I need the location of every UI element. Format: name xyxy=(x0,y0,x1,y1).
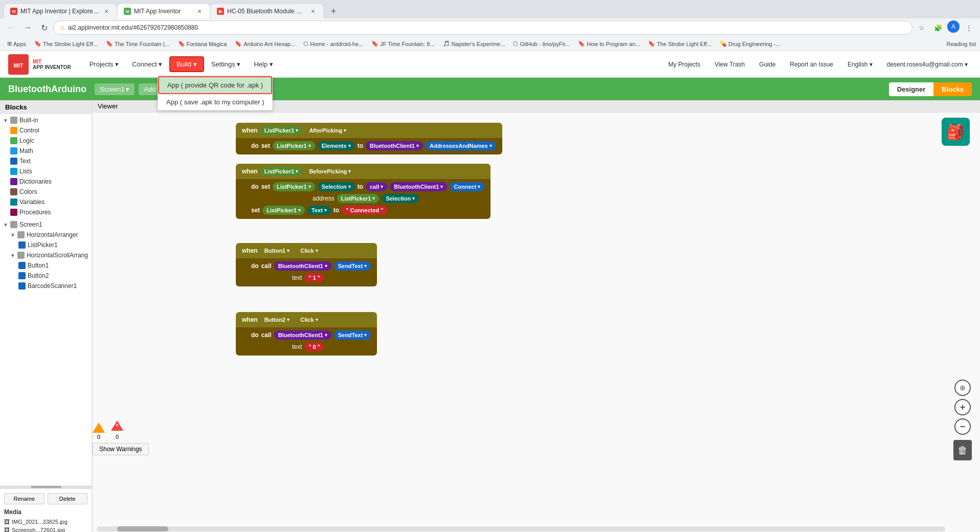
bookmark-program[interactable]: 🔖 How to Program an... xyxy=(575,39,643,48)
backpack-icon[interactable]: 🎒 xyxy=(942,118,970,146)
nav-report[interactable]: Report an Issue xyxy=(786,59,837,70)
sendtext-dp-1[interactable]: SendText xyxy=(334,261,371,271)
selection-dp-2[interactable]: Selection xyxy=(382,194,419,203)
text-item[interactable]: Text xyxy=(0,156,92,166)
trash-button[interactable]: 🗑 xyxy=(953,440,972,460)
button1-item[interactable]: Button1 xyxy=(0,260,92,271)
colors-item[interactable]: Colors xyxy=(0,187,92,197)
bluetooth-dp-2[interactable]: BluetoothClient1 xyxy=(390,182,447,191)
listpicker1-dp-4[interactable]: ListPicker1 xyxy=(273,182,315,191)
nav-settings[interactable]: Settings ▾ xyxy=(205,57,247,71)
addresses-dp[interactable]: AddressesAndNames xyxy=(426,141,496,150)
listpicker1-dp-2[interactable]: ListPicker1 xyxy=(273,141,315,150)
tab-explore[interactable]: M MIT App Inventor | Explore MIT ... × xyxy=(4,4,117,18)
afterpicking-dp[interactable]: AfterPicking xyxy=(305,126,350,135)
tab-close-3[interactable]: × xyxy=(309,7,317,15)
show-warnings-button[interactable]: Show Warnings xyxy=(93,443,149,455)
elements-dp[interactable]: Elements xyxy=(318,141,355,150)
procedures-item[interactable]: Procedures xyxy=(0,207,92,217)
zoom-in-button[interactable]: + xyxy=(954,399,971,415)
blocks-button[interactable]: Blocks xyxy=(933,82,972,96)
nav-connect[interactable]: Connect ▾ xyxy=(126,57,168,71)
viewer-canvas[interactable]: when ListPicker1 AfterPicking do set Lis… xyxy=(93,113,980,532)
lists-item[interactable]: Lists xyxy=(0,166,92,176)
connect-dp[interactable]: Connect xyxy=(450,182,484,191)
tab-hc05[interactable]: ▶ HC-05 Bluetooth Module with A... × xyxy=(211,4,323,18)
bookmark-arduino[interactable]: 🔖 Arduino Ant Hexap... xyxy=(232,39,298,48)
bookmark-jf[interactable]: 🔖 JF Time Fountain: 8... xyxy=(368,39,437,48)
bookmark-strobe2[interactable]: 🔖 The Strobe Light Eff... xyxy=(645,39,715,48)
reading-list[interactable]: Reading list xyxy=(947,41,976,47)
listpicker1-item[interactable]: ListPicker1 xyxy=(0,240,92,250)
call-dp[interactable]: call xyxy=(366,182,387,191)
tab-main[interactable]: M MIT App Inventor × xyxy=(118,4,210,18)
logic-item[interactable]: Logic xyxy=(0,136,92,146)
extension-icon[interactable]: 🧩 xyxy=(931,20,945,35)
horizontal-arranger-item[interactable]: ▼ HorizontalArranger xyxy=(0,230,92,240)
new-tab-button[interactable]: + xyxy=(326,4,341,18)
screen1-header[interactable]: ▼ Screen1 xyxy=(0,219,92,230)
bookmark-napster[interactable]: 🎵 Napster's Experime... xyxy=(440,39,508,48)
button2-dp[interactable]: Button2 xyxy=(260,315,294,324)
nav-my-projects[interactable]: My Projects xyxy=(664,59,704,70)
bookmark-fountain[interactable]: 🔖 The Time Fountain (... xyxy=(103,39,173,48)
bookmark-favicon: 🔖 xyxy=(648,40,655,47)
star-icon[interactable]: ☆ xyxy=(915,20,929,35)
media-item-2[interactable]: 🖼 Screensh...72601.jpg xyxy=(4,526,87,532)
control-item[interactable]: Control xyxy=(0,125,92,136)
horizontal-scrollbar[interactable] xyxy=(97,526,945,531)
back-button[interactable]: ← xyxy=(4,20,18,35)
bookmark-drug[interactable]: 💊 Drug Engineering -... xyxy=(717,39,784,48)
button1-icon xyxy=(18,262,26,269)
dictionaries-item[interactable]: Dictionaries xyxy=(0,176,92,187)
nav-view-trash[interactable]: View Trash xyxy=(710,59,749,70)
builtin-header[interactable]: ▼ Built-in xyxy=(0,115,92,125)
screen1-button[interactable]: Screen1 ▾ xyxy=(95,83,135,95)
target-button[interactable]: ⊕ xyxy=(954,380,971,396)
zoom-out-button[interactable]: − xyxy=(954,418,971,435)
button2-item[interactable]: Button2 xyxy=(0,271,92,281)
button1-dp[interactable]: Button1 xyxy=(260,246,294,255)
profile-icon[interactable]: A xyxy=(947,20,960,33)
address-bar[interactable]: ⚠ ai2.appinventor.mit.edu/#6267926729808… xyxy=(53,20,912,35)
delete-button[interactable]: Delete xyxy=(48,493,88,504)
listpicker1-dp-1[interactable]: ListPicker1 xyxy=(260,126,303,135)
nav-help[interactable]: Help ▾ xyxy=(248,57,279,71)
tab-close-2[interactable]: × xyxy=(195,7,204,15)
bluetooth-dp-3[interactable]: BluetoothClient1 xyxy=(274,261,331,271)
horizontal-scroll-item[interactable]: ▼ HorizontalScrollArrang xyxy=(0,250,92,260)
click-dp-2[interactable]: Click xyxy=(296,315,322,324)
click-dp-1[interactable]: Click xyxy=(296,246,322,255)
bookmark-apps[interactable]: ⊞ Apps xyxy=(4,39,29,48)
nav-language[interactable]: English ▾ xyxy=(843,59,877,70)
beforepicking-dp[interactable]: BeforePicking xyxy=(305,167,355,176)
bookmark-github[interactable]: ⬡ GitHub - tino/pyFir... xyxy=(510,39,573,48)
nav-build[interactable]: Build ▾ xyxy=(169,56,204,72)
bookmark-strobe1[interactable]: 🔖 The Strobe Light Eff... xyxy=(31,39,101,48)
math-item[interactable]: Math xyxy=(0,146,92,156)
nav-projects[interactable]: Projects ▾ xyxy=(83,57,125,71)
bluetooth-dp-4[interactable]: BluetoothClient1 xyxy=(274,330,331,340)
bookmark-home[interactable]: ⬡ Home - antdroid-he... xyxy=(300,39,366,48)
nav-user[interactable]: desent.roses4u@gmail.com ▾ xyxy=(883,59,972,70)
forward-button[interactable]: → xyxy=(20,20,35,35)
variables-item[interactable]: Variables xyxy=(0,197,92,207)
text-dp-1[interactable]: Text xyxy=(307,206,331,215)
bluetooth-dp-1[interactable]: BluetoothClient1 xyxy=(366,141,423,150)
designer-button[interactable]: Designer xyxy=(889,82,934,96)
build-save-item[interactable]: App ( save .apk to my computer ) xyxy=(158,94,272,110)
tab-close-1[interactable]: × xyxy=(102,7,110,15)
listpicker1-dp-6[interactable]: ListPicker1 xyxy=(262,206,305,215)
listpicker1-dp-3[interactable]: ListPicker1 xyxy=(260,167,303,176)
rename-button[interactable]: Rename xyxy=(4,493,44,504)
nav-guide[interactable]: Guide xyxy=(755,59,779,70)
listpicker1-dp-5[interactable]: ListPicker1 xyxy=(337,194,380,203)
selection-dp-1[interactable]: Selection xyxy=(318,182,355,191)
sendtext-dp-2[interactable]: SendText xyxy=(334,330,371,340)
reload-button[interactable]: ↻ xyxy=(37,20,51,35)
media-item-1[interactable]: 🖼 IMG_2021...33825.jpg xyxy=(4,518,87,526)
build-qr-item[interactable]: App ( provide QR code for .apk ) xyxy=(158,76,272,94)
bookmark-fontana[interactable]: 🔖 Fontana Magica xyxy=(175,39,230,48)
more-icon[interactable]: ⋮ xyxy=(962,20,976,35)
barcode-item[interactable]: BarcodeScanner1 xyxy=(0,281,92,291)
